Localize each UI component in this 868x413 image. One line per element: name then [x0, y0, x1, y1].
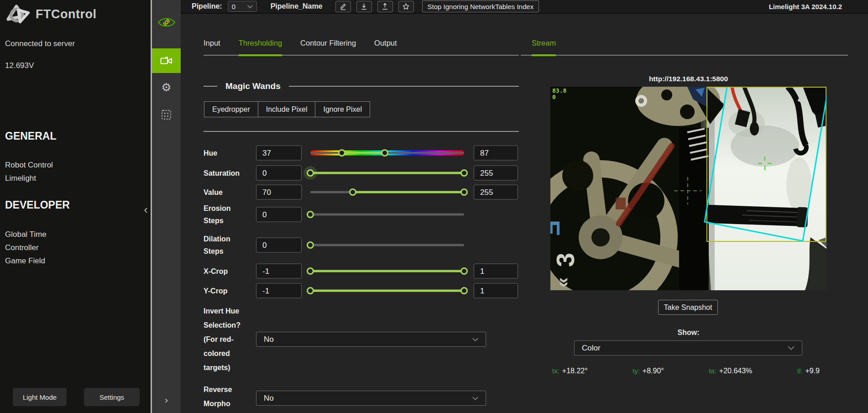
topbar: Pipeline: 0 Pipeline_Name	[181, 0, 868, 14]
slider-green-segment	[353, 191, 464, 193]
stop-ignoring-networktables-button[interactable]: Stop Ignoring NetworkTables Index	[422, 0, 539, 12]
xcrop-slider-track[interactable]	[310, 267, 464, 275]
app-title: FTControl	[36, 7, 96, 21]
sidebar-item-controller[interactable]: Controller	[5, 243, 39, 252]
slider-label: Value	[204, 186, 251, 199]
slider-gray-segment	[385, 152, 464, 154]
value-slider-track[interactable]	[310, 188, 464, 196]
tab-input[interactable]: Input	[204, 39, 220, 56]
tab-thresholding[interactable]: Thresholding	[239, 39, 282, 56]
saturation-slider-track[interactable]	[310, 169, 464, 177]
slider-handle[interactable]	[381, 149, 388, 157]
section-heading-general: GENERAL	[5, 130, 56, 142]
slider-handle[interactable]	[307, 287, 314, 294]
ycrop-min-input[interactable]: -1	[256, 283, 302, 298]
chevron-right-icon[interactable]: ›	[152, 393, 181, 406]
slider-gray-segment	[310, 191, 353, 193]
stream-tabs: Stream	[521, 39, 848, 56]
slider-row-ycrop: Y-Crop -1 1	[204, 281, 519, 300]
hue-slider-track[interactable]	[310, 149, 464, 157]
hue-max-input[interactable]: 87	[474, 146, 518, 161]
battery-voltage: 12.693V	[5, 61, 34, 70]
slider-gray-segment	[310, 152, 342, 154]
slider-handle[interactable]	[307, 169, 314, 177]
app-logo: FTControl	[5, 4, 96, 25]
sidebar-item-global-time[interactable]: Global Time	[5, 230, 47, 239]
settings-button[interactable]: Settings	[84, 388, 140, 406]
grid-target-icon[interactable]	[152, 109, 181, 120]
download-icon	[360, 2, 368, 10]
slider-green-segment	[310, 270, 464, 272]
slider-handle[interactable]	[460, 169, 468, 177]
slider-row-erosion: Erosion Steps 0	[204, 201, 519, 228]
sidebar: FTControl Connected to server 12.693V GE…	[0, 0, 151, 413]
dilation-steps-input[interactable]: 0	[256, 238, 302, 253]
slider-handle[interactable]	[460, 267, 468, 275]
show-label: Show:	[550, 329, 826, 337]
reverse-morpho-label: Reverse Morpho	[204, 382, 256, 411]
slider-green-segment	[310, 290, 464, 292]
slider-handle[interactable]	[307, 211, 314, 218]
erosion-steps-input[interactable]: 0	[256, 207, 302, 222]
favorite-pipeline-button[interactable]	[398, 1, 414, 12]
ignore-pixel-button[interactable]: Ignore Pixel	[315, 101, 370, 117]
sidebar-item-game-field[interactable]: Game Field	[5, 256, 45, 266]
chevron-left-icon[interactable]: ‹	[144, 204, 148, 215]
saturation-min-input[interactable]: 0	[256, 166, 302, 181]
star-icon	[402, 3, 410, 10]
reverse-morpho-dropdown[interactable]: No	[256, 391, 486, 406]
show-dropdown-value: Color	[582, 344, 601, 353]
light-mode-button[interactable]: Light Mode	[13, 388, 67, 406]
tab-stream[interactable]: Stream	[532, 39, 556, 56]
chevron-down-icon	[472, 338, 478, 341]
erosion-slider-track[interactable]	[310, 210, 464, 219]
dilation-slider-track[interactable]	[310, 241, 464, 249]
pipeline-select[interactable]: 0	[228, 1, 257, 12]
edit-pipeline-button[interactable]	[335, 1, 351, 12]
pipeline-tabs: Input Thresholding Contour Filtering Out…	[204, 39, 519, 56]
value-max-input[interactable]: 255	[474, 185, 518, 200]
slider-handle[interactable]	[349, 188, 356, 196]
xcrop-max-input[interactable]: 1	[474, 264, 518, 279]
camera-stream[interactable]: E 3 «	[550, 87, 826, 290]
take-snapshot-button[interactable]: Take Snapshot	[658, 300, 718, 315]
tab-output[interactable]: Output	[374, 39, 397, 56]
ycrop-max-input[interactable]: 1	[474, 283, 518, 298]
slider-handle[interactable]	[338, 149, 345, 157]
slider-handle[interactable]	[307, 241, 314, 249]
slider-label: Hue	[204, 147, 251, 159]
value-min-input[interactable]: 70	[256, 185, 302, 200]
limelight-eye-icon[interactable]	[152, 15, 181, 30]
gear-icon[interactable]: ⚙	[152, 80, 181, 94]
saturation-max-input[interactable]: 255	[474, 166, 518, 181]
section-heading-developer: DEVELOPER	[5, 199, 70, 211]
invert-hue-dropdown[interactable]: No	[256, 332, 486, 347]
show-dropdown[interactable]: Color	[574, 340, 802, 355]
stream-url: http://192.168.43.1:5800	[550, 75, 826, 83]
include-pixel-button[interactable]: Include Pixel	[258, 101, 316, 117]
eyedropper-button[interactable]: Eyedropper	[204, 101, 258, 117]
svg-text:E: E	[550, 220, 565, 236]
pipeline-name: Pipeline_Name	[271, 2, 323, 10]
icon-rail: ⚙ ›	[152, 0, 181, 413]
svg-text:3: 3	[551, 253, 580, 267]
slider-handle[interactable]	[460, 188, 468, 196]
telemetry-tx: tx:+18.22°	[552, 367, 588, 375]
download-pipeline-button[interactable]	[356, 1, 372, 12]
slider-handle[interactable]	[460, 287, 468, 294]
slider-handle[interactable]	[307, 267, 314, 275]
ycrop-slider-track[interactable]	[310, 287, 464, 295]
xcrop-min-input[interactable]: -1	[256, 264, 302, 279]
chevron-down-icon	[788, 346, 795, 350]
sidebar-item-robot-control[interactable]: Robot Control	[5, 161, 53, 170]
upload-pipeline-button[interactable]	[377, 1, 393, 12]
edit-icon	[339, 2, 347, 10]
pipeline-select-value: 0	[232, 3, 235, 10]
sidebar-item-limelight[interactable]: Limelight	[5, 174, 36, 183]
fps-overlay-text: 83.8	[552, 87, 566, 94]
slider-green-segment	[342, 152, 385, 154]
video-camera-icon[interactable]	[152, 48, 181, 73]
tab-contour-filtering[interactable]: Contour Filtering	[300, 39, 356, 56]
invert-hue-label: Invert Hue Selection? (For red-colored t…	[204, 304, 256, 375]
hue-min-input[interactable]: 37	[256, 146, 302, 161]
